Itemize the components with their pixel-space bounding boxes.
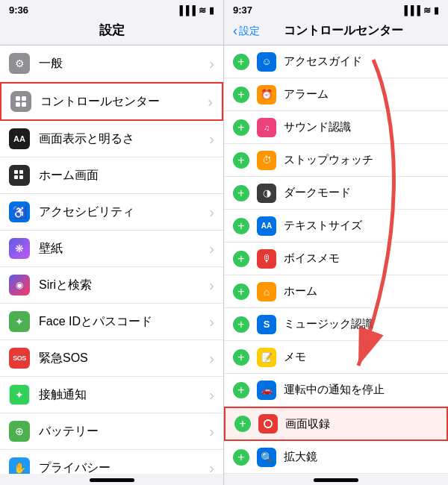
control-center-chevron (208, 93, 213, 110)
magnifier-label: 拡大鏡 (284, 450, 439, 464)
right-battery-icon: ▮ (434, 5, 439, 16)
control-item-magnifier[interactable]: + 🔍 拡大鏡 (224, 441, 448, 474)
right-signal-icon: ▐▐▐ (401, 5, 420, 16)
battery-icon: ▮ (209, 5, 214, 16)
left-page-title: 設定 (0, 19, 223, 45)
settings-item-general[interactable]: ⚙ 一般 (0, 46, 223, 82)
settings-item-accessibility[interactable]: ♿ アクセシビリティ (0, 194, 223, 231)
control-item-voicememo[interactable]: + 🎙 ボイスメモ (224, 242, 448, 275)
back-button[interactable]: ‹ 設定 (233, 23, 260, 39)
settings-item-faceid[interactable]: ✦ Face IDとパスコード (0, 304, 223, 340)
settings-item-battery[interactable]: ⊕ バッテリー (0, 413, 223, 450)
sound-label: サウンド認識 (284, 120, 439, 134)
driving-icon: 🚗 (257, 381, 276, 400)
settings-item-homescreen[interactable]: ホーム画面 (0, 157, 223, 194)
add-home-btn[interactable]: + (233, 284, 249, 300)
contact-label: 接触通知 (39, 387, 209, 403)
right-panel: 9:37 ▐▐▐ ≋ ▮ ‹ 設定 コントロールセンター + ☺ アクセスガイド… (224, 0, 448, 485)
wallpaper-label: 壁紙 (39, 241, 209, 257)
svg-rect-3 (22, 102, 26, 107)
privacy-icon: ✋ (9, 457, 30, 474)
magnifier-icon: 🔍 (257, 448, 276, 467)
faceid-chevron (209, 313, 214, 331)
home-icon: ⌂ (257, 282, 276, 301)
darkmode-label: ダークモード (284, 186, 439, 200)
right-page-title: コントロールセンター (260, 23, 427, 39)
wallpaper-icon: ❋ (9, 238, 30, 259)
shazam-icon: S (257, 315, 276, 334)
privacy-label: プライバシー (39, 460, 209, 475)
control-item-darkmode[interactable]: + ◑ ダークモード (224, 177, 448, 210)
svg-rect-5 (19, 170, 23, 174)
settings-item-privacy[interactable]: ✋ プライバシー (0, 450, 223, 474)
settings-item-control-center[interactable]: コントロールセンター (0, 82, 223, 121)
right-home-indicator (314, 478, 358, 482)
back-label: 設定 (239, 25, 260, 38)
settings-item-sos[interactable]: SOS 緊急SOS (0, 340, 223, 377)
voicememo-icon: 🎙 (257, 249, 276, 269)
right-status-bar: 9:37 ▐▐▐ ≋ ▮ (224, 0, 448, 19)
add-sound-btn[interactable]: + (233, 119, 249, 136)
accessibility-chevron (209, 204, 214, 221)
svg-rect-6 (14, 175, 18, 179)
left-panel: 9:36 ▐▐▐ ≋ ▮ 設定 ⚙ 一般 (0, 0, 224, 485)
contact-chevron (209, 387, 214, 404)
control-item-access-guide[interactable]: + ☺ アクセスガイド (224, 46, 448, 78)
control-item-shazam[interactable]: + S ミュージック認識 (224, 308, 448, 341)
right-time: 9:37 (233, 4, 252, 16)
control-item-driving[interactable]: + 🚗 運転中の通知を停止 (224, 374, 448, 407)
add-driving-btn[interactable]: + (233, 382, 249, 398)
control-item-stopwatch[interactable]: + ⏱ ストップウォッチ (224, 144, 448, 177)
svg-rect-7 (19, 175, 23, 179)
settings-item-siri[interactable]: ◉ Siriと検索 (0, 267, 223, 304)
general-chevron (209, 55, 214, 72)
siri-icon: ◉ (9, 275, 30, 295)
control-item-memo[interactable]: + 📝 メモ (224, 341, 448, 374)
add-voicememo-btn[interactable]: + (233, 251, 249, 267)
settings-item-display[interactable]: AA 画面表示と明るさ (0, 121, 223, 157)
memo-icon: 📝 (257, 348, 276, 367)
battery-chevron (209, 423, 214, 440)
add-magnifier-btn[interactable]: + (233, 449, 249, 466)
svg-point-10 (265, 421, 271, 427)
display-chevron (209, 131, 214, 148)
right-header: ‹ 設定 コントロールセンター (224, 19, 448, 45)
control-item-screen-record[interactable]: + 画面収録 (224, 407, 448, 441)
add-shazam-btn[interactable]: + (233, 316, 249, 333)
siri-chevron (209, 277, 214, 294)
add-access-guide-btn[interactable]: + (233, 54, 249, 70)
stopwatch-icon: ⏱ (257, 151, 276, 170)
svg-rect-0 (16, 96, 20, 101)
privacy-chevron (209, 460, 214, 475)
right-status-icons: ▐▐▐ ≋ ▮ (401, 5, 439, 16)
add-memo-btn[interactable]: + (233, 349, 249, 366)
voicememo-label: ボイスメモ (284, 251, 439, 266)
display-icon: AA (9, 128, 30, 149)
homescreen-icon (9, 165, 30, 186)
general-icon: ⚙ (9, 53, 30, 74)
settings-item-wallpaper[interactable]: ❋ 壁紙 (0, 231, 223, 267)
svg-rect-4 (14, 170, 18, 174)
settings-list: ⚙ 一般 コントロールセンター AA (0, 45, 223, 474)
left-home-indicator (90, 478, 134, 482)
sos-chevron (209, 350, 214, 367)
signal-icon: ▐▐▐ (176, 5, 196, 16)
add-screen-record-btn[interactable]: + (234, 416, 251, 432)
battery-setting-icon: ⊕ (9, 421, 30, 442)
settings-item-contact[interactable]: ✦ 接触通知 (0, 377, 223, 413)
control-item-sound[interactable]: + ♫ サウンド認識 (224, 111, 448, 144)
accessibility-label: アクセシビリティ (39, 204, 209, 220)
contact-icon: ✦ (9, 384, 30, 405)
driving-label: 運転中の通知を停止 (284, 383, 439, 397)
add-darkmode-btn[interactable]: + (233, 185, 249, 201)
add-alarm-btn[interactable]: + (233, 87, 249, 103)
add-textsize-btn[interactable]: + (233, 218, 249, 234)
siri-label: Siriと検索 (39, 278, 209, 293)
control-item-textsize[interactable]: + AA テキストサイズ (224, 210, 448, 242)
general-label: 一般 (39, 56, 209, 72)
control-item-home[interactable]: + ⌂ ホーム (224, 275, 448, 308)
control-item-alarm[interactable]: + ⏰ アラーム (224, 78, 448, 111)
accessibility-icon: ♿ (9, 201, 30, 222)
left-status-icons: ▐▐▐ ≋ ▮ (176, 5, 214, 16)
add-stopwatch-btn[interactable]: + (233, 152, 249, 169)
